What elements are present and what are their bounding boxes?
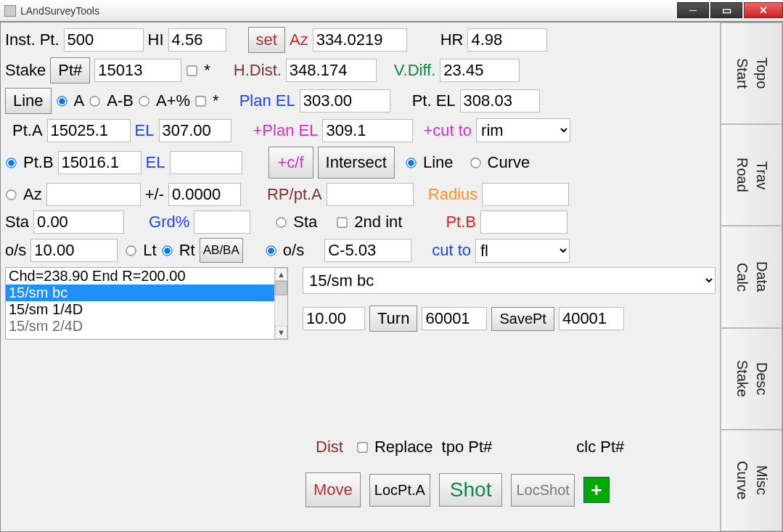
radio-line[interactable] (406, 157, 416, 168)
radio-a-b[interactable] (90, 96, 100, 106)
radio-az[interactable] (6, 189, 16, 200)
tab-data-calc[interactable]: CalcData (721, 226, 782, 327)
replace-checkbox[interactable] (357, 442, 367, 452)
cut-label: cut to (432, 241, 471, 260)
star2-checkbox[interactable] (195, 96, 205, 106)
radio-rt[interactable] (162, 245, 172, 255)
hi-input[interactable] (168, 28, 226, 52)
az2-label: Az (23, 185, 42, 204)
abba-button[interactable]: AB/BA (200, 238, 243, 263)
tab-trav-road[interactable]: RoadTrav (721, 124, 782, 226)
ptb2-input[interactable] (480, 210, 567, 234)
grd-input[interactable] (194, 210, 250, 234)
maximize-button[interactable]: ▭ (710, 2, 742, 18)
replace-label: Replace (374, 438, 433, 457)
az2-input[interactable] (46, 183, 141, 206)
radio-a[interactable] (57, 96, 67, 106)
ptnum-input[interactable] (94, 59, 181, 82)
pm-label: +/- (145, 185, 164, 204)
clc-input[interactable] (559, 307, 624, 330)
sta-input[interactable] (33, 210, 124, 234)
list-item[interactable]: 15/sm 2/4D (6, 318, 287, 335)
c503-input[interactable] (324, 239, 411, 262)
set-button[interactable]: set (248, 27, 285, 53)
secint-checkbox[interactable] (337, 217, 348, 227)
minimize-button[interactable]: ─ (677, 2, 709, 18)
rp-input[interactable] (327, 183, 414, 206)
radio-ptb[interactable] (6, 157, 16, 168)
line-button[interactable]: Line (5, 88, 52, 114)
tpo-input[interactable] (422, 307, 487, 330)
tab-desc-stake[interactable]: StakeDesc (721, 328, 782, 430)
star1-checkbox[interactable] (187, 65, 197, 75)
ptb-input[interactable] (58, 151, 142, 174)
plus-button[interactable]: + (583, 477, 610, 503)
list-item[interactable]: Chd=238.90 End R=200.00 (6, 268, 287, 285)
ela-label: EL (135, 121, 155, 140)
data-listbox[interactable]: Chd=238.90 End R=200.00 15/sm bc 15/sm 1… (5, 267, 288, 340)
instpt-input[interactable] (64, 28, 144, 52)
ela-input[interactable] (159, 119, 231, 142)
os-input[interactable] (30, 239, 118, 262)
dist-input[interactable] (303, 307, 365, 330)
clc-label: clc Pt# (576, 438, 624, 457)
hi-label: HI (148, 30, 164, 49)
savept-button[interactable]: SavePt (491, 307, 554, 331)
pm-input[interactable] (168, 183, 241, 206)
radio-sta[interactable] (276, 217, 287, 227)
az-input[interactable] (313, 28, 407, 52)
pplanel-label: +Plan EL (253, 121, 319, 140)
list-item[interactable]: 15/sm bc (6, 285, 287, 301)
ptb-label: Pt.B (23, 153, 54, 172)
list-item[interactable]: 15/sm 1/4D (6, 301, 287, 318)
pcut-select[interactable]: rim (476, 118, 570, 142)
tpo-label: tpo Pt# (442, 438, 493, 457)
combo-select[interactable]: 15/sm bc (303, 267, 716, 294)
locpta-button[interactable]: LocPt.A (369, 474, 430, 507)
planel-label: Plan EL (239, 91, 295, 110)
app-icon (4, 5, 16, 17)
scroll-up-icon[interactable]: ▲ (275, 268, 287, 281)
turn-button[interactable]: Turn (369, 306, 417, 332)
stake-label: Stake (5, 61, 46, 80)
window-title: LAndSurveyTools (20, 5, 677, 17)
radio-lt[interactable] (126, 245, 136, 255)
scroll-thumb[interactable] (275, 281, 287, 295)
elb-label: EL (146, 153, 165, 172)
intersect-button[interactable]: Intersect (318, 147, 395, 179)
close-button[interactable]: ✕ (744, 2, 783, 18)
scrollbar[interactable]: ▲ ▼ (274, 268, 287, 339)
locshot-button[interactable]: LocShot (511, 474, 574, 507)
pta-label: Pt.A (12, 121, 43, 140)
hdist-input[interactable] (286, 59, 377, 82)
pcut-label: +cut to (423, 121, 472, 140)
grd-label: Grd% (149, 213, 189, 232)
shot-button[interactable]: Shot (439, 473, 503, 507)
rp-label: RP/pt.A (267, 185, 322, 204)
radius-input[interactable] (482, 183, 569, 206)
vdiff-input[interactable] (440, 59, 520, 82)
ptnum-button[interactable]: Pt# (50, 57, 90, 83)
ptel-input[interactable] (460, 89, 540, 112)
radio-os[interactable] (266, 245, 276, 255)
pta-input[interactable] (47, 119, 131, 142)
hdist-label: H.Dist. (234, 61, 282, 80)
cf-button[interactable]: +c/f (268, 147, 313, 179)
radio-a-pc[interactable] (139, 96, 149, 106)
elb-input[interactable] (170, 151, 242, 174)
ptel-label: Pt. EL (412, 91, 456, 110)
tab-topo-start[interactable]: StartTopo (721, 22, 782, 124)
vdiff-label: V.Diff. (394, 61, 435, 80)
scroll-down-icon[interactable]: ▼ (275, 326, 287, 339)
os-label: o/s (5, 241, 26, 260)
pplanel-input[interactable] (322, 119, 413, 142)
radio-curve[interactable] (470, 157, 480, 168)
hr-input[interactable] (467, 28, 547, 52)
tab-misc-curve[interactable]: CurveMisc (721, 430, 782, 531)
move-button[interactable]: Move (306, 472, 361, 507)
hr-label: HR (440, 30, 464, 49)
cut-select[interactable]: fl (475, 239, 570, 263)
planel-input[interactable] (300, 89, 390, 112)
ptb2-label: Pt.B (446, 213, 476, 232)
az-label: Az (290, 30, 308, 49)
